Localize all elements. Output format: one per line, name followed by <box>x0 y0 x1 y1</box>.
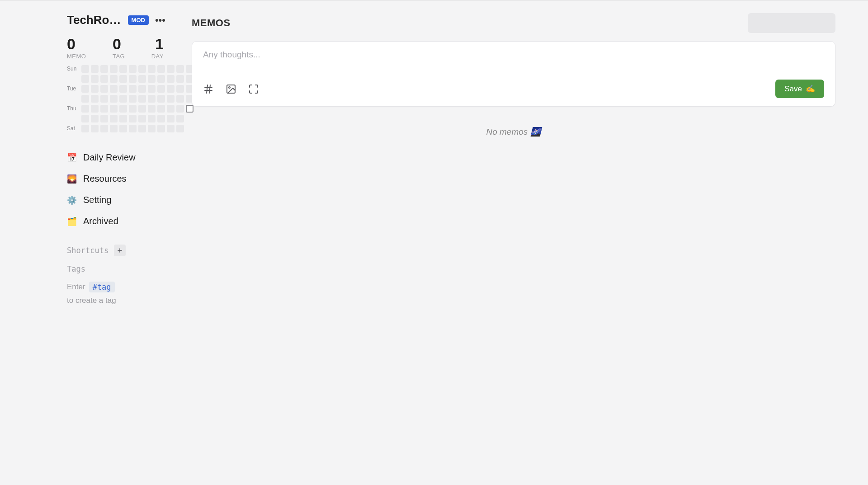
heatmap-cell <box>148 85 156 93</box>
image-icon[interactable] <box>226 84 236 94</box>
plus-icon <box>117 247 123 254</box>
sidebar-nav: 📅Daily Review🌄Resources⚙️Setting🗂️Archiv… <box>67 147 167 232</box>
user-row: TechRoyLeo… MOD ••• <box>67 13 167 27</box>
heatmap-cell <box>148 75 156 83</box>
role-badge: MOD <box>128 15 149 25</box>
heatmap-cell <box>110 105 118 113</box>
heatmap-cell <box>91 65 99 73</box>
heatmap-cell <box>138 85 146 93</box>
heatmap-cell <box>91 95 99 103</box>
heatmap-cell <box>119 65 127 73</box>
heatmap-cell <box>148 105 156 113</box>
heatmap-cell <box>100 105 108 113</box>
stat-memo-label: MEMO <box>67 53 86 60</box>
heatmap-cell <box>157 115 165 122</box>
heatmap-cell <box>167 75 175 83</box>
sidebar-item-resources[interactable]: 🌄Resources <box>67 168 167 189</box>
heatmap-cell <box>138 125 146 132</box>
svg-line-6 <box>207 85 208 93</box>
heatmap-cell <box>91 105 99 113</box>
stat-memo: 0 MEMO <box>67 35 86 60</box>
stat-tag-label: TAG <box>113 53 125 60</box>
tag-help-post: to create a tag <box>67 296 116 305</box>
add-shortcut-button[interactable] <box>114 245 126 256</box>
heatmap-cell <box>110 85 118 93</box>
heatmap-cell <box>100 65 108 73</box>
heatmap-cell <box>129 65 137 73</box>
stat-tag: 0 TAG <box>113 35 125 60</box>
heatmap-cell <box>148 125 156 132</box>
stat-day-label: DAY <box>151 53 164 60</box>
heatmap-cell <box>119 85 127 93</box>
save-button-label: Save <box>784 85 802 94</box>
heatmap-day-label: Thu <box>67 105 80 113</box>
fullscreen-icon[interactable] <box>248 84 259 94</box>
tag-help-pre: Enter <box>67 283 85 292</box>
heatmap-cell <box>167 115 175 122</box>
heatmap-cell <box>81 115 89 122</box>
heatmap-cell <box>119 105 127 113</box>
heatmap-cell <box>129 75 137 83</box>
heatmap-cell <box>167 105 175 113</box>
resources-icon: 🌄 <box>67 174 77 184</box>
shortcuts-label: Shortcuts <box>67 246 108 255</box>
search-input[interactable] <box>759 19 849 27</box>
heatmap-cell <box>110 65 118 73</box>
sidebar-item-label: Daily Review <box>83 152 136 163</box>
archived-icon: 🗂️ <box>67 217 77 226</box>
heatmap-cell <box>157 85 165 93</box>
heatmap-cell <box>110 125 118 132</box>
heatmap-cell <box>167 95 175 103</box>
composer-toolbar: Save ✍️ <box>203 80 824 98</box>
tag-chip: #tag <box>89 282 115 292</box>
heatmap-cell <box>91 75 99 83</box>
heatmap-cell <box>81 85 89 93</box>
heatmap-cell <box>138 65 146 73</box>
heatmap-cell <box>157 125 165 132</box>
heatmap-cell <box>138 115 146 122</box>
memo-textarea[interactable] <box>203 50 824 73</box>
page-title: MEMOS <box>192 17 231 29</box>
heatmap-cell <box>138 105 146 113</box>
heatmap-cell <box>129 95 137 103</box>
heatmap-cell <box>129 85 137 93</box>
heatmap-cell <box>91 125 99 132</box>
empty-state: No memos 🌌 <box>181 127 846 137</box>
heatmap-cell <box>81 95 89 103</box>
heatmap-cell <box>148 115 156 122</box>
sidebar-item-setting[interactable]: ⚙️Setting <box>67 189 167 211</box>
heatmap-day-label <box>67 115 80 122</box>
svg-point-9 <box>229 87 230 88</box>
stat-memo-value: 0 <box>67 35 86 53</box>
shortcuts-header: Shortcuts <box>67 245 167 256</box>
stat-day: 1 DAY <box>151 35 164 60</box>
heatmap-cell <box>129 115 137 122</box>
heatmap-cell <box>138 95 146 103</box>
heatmap-cell <box>148 65 156 73</box>
tags-header: Tags <box>67 264 167 273</box>
user-name: TechRoyLeo… <box>67 13 123 27</box>
heatmap-cell <box>81 125 89 132</box>
save-button[interactable]: Save ✍️ <box>775 80 824 98</box>
sidebar: TechRoyLeo… MOD ••• 0 MEMO 0 TAG 1 DAY S… <box>0 13 181 305</box>
heatmap-cell <box>119 95 127 103</box>
svg-line-7 <box>209 85 210 93</box>
heatmap-cell <box>119 125 127 132</box>
hash-icon[interactable] <box>203 84 214 94</box>
heatmap-cell <box>91 115 99 122</box>
heatmap-cell <box>148 95 156 103</box>
main-header: MEMOS <box>181 13 846 38</box>
sidebar-item-daily-review[interactable]: 📅Daily Review <box>67 147 167 168</box>
heatmap-day-label <box>67 95 80 103</box>
heatmap-cell <box>157 95 165 103</box>
stats: 0 MEMO 0 TAG 1 DAY <box>67 35 167 60</box>
activity-heatmap: SunTueThuSat <box>67 65 167 132</box>
heatmap-cell <box>81 75 89 83</box>
sidebar-item-archived[interactable]: 🗂️Archived <box>67 211 167 232</box>
heatmap-cell <box>167 85 175 93</box>
search-box[interactable] <box>748 13 835 33</box>
stat-tag-value: 0 <box>113 35 125 53</box>
heatmap-cell <box>129 105 137 113</box>
more-icon[interactable]: ••• <box>153 15 167 25</box>
heatmap-cell <box>167 65 175 73</box>
